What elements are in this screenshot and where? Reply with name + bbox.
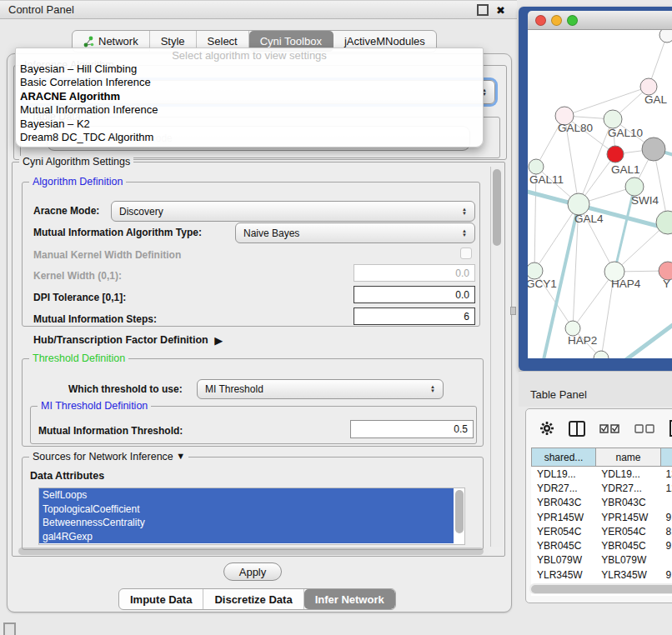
window-zoom-icon[interactable] [567,15,578,26]
column-header-clipped[interactable] [661,448,672,467]
mi-steps-field[interactable]: 6 [354,308,475,325]
algorithm-dropdown-popup: Select algorithm to view settings Bayesi… [15,48,484,148]
apply-button[interactable]: Apply [223,562,282,581]
tab-infer-network[interactable]: Infer Network [304,589,395,609]
table-cell: YBR043C [531,497,595,508]
kernel-width-field[interactable]: 0.0 [354,264,475,282]
table-horizontal-scrollbar[interactable] [529,583,672,594]
close-panel-icon[interactable]: ✖ [496,5,505,16]
table-horizontal-scrollbar-thumb[interactable] [531,585,672,593]
dropdown-item-basic-correlation-inference[interactable]: Basic Correlation Inference [16,76,483,89]
table-cell: YDR27... [531,482,595,494]
table-cell: 12 [659,482,672,494]
table-row[interactable]: YBR045CYBR045C9. [531,538,672,552]
combo-arrows-icon: ▲▼ [462,229,467,238]
table-row[interactable]: YBR043CYBR043C [531,496,672,510]
node-label: HAP4 [611,278,641,290]
collapsed-panel-icon[interactable] [3,622,16,635]
table-row[interactable]: YDR27...YDR27...12 [531,481,672,495]
window-close-icon[interactable] [535,15,546,26]
table-cell: YBR043C [595,497,659,508]
table-rows: YDL19...YDL19...13YDR27...YDR27...12YBR0… [531,467,672,596]
network-node-gcy1[interactable] [528,262,543,279]
control-panel-titlebar: Control Panel ✖ [0,0,517,19]
network-canvas[interactable]: GALGAL80GAL10GAL1GAL11SWI4GAL4GCY1HAP4YH… [528,30,672,358]
node-label: SWI4 [631,194,659,207]
manual-kernel-label: Manual Kernel Width Definition [33,249,181,261]
dropdown-item-dream8-dc-tdc-algorithm[interactable]: Dream8 DC_TDC Algorithm [16,131,483,144]
table-cell: YPR145W [531,512,595,523]
settings-gear-icon[interactable] [539,421,554,436]
dropdown-placeholder: Select algorithm to view settings [16,48,483,62]
table-cell: YLR345W [531,569,595,581]
network-node-gal11[interactable] [529,159,544,174]
table-row[interactable]: YDL19...YDL19...13 [531,467,672,481]
network-node[interactable] [659,30,672,42]
network-node-gal1[interactable] [607,146,624,162]
node-label: GAL10 [608,127,643,139]
algorithm-definition-title: Algorithm Definition [29,176,126,188]
network-edge-highlighted [621,320,672,358]
which-threshold-select[interactable]: MI Threshold ▲▼ [197,379,444,399]
list-scrollbar-thumb[interactable] [455,490,464,533]
table-cell: YBR045C [595,540,659,552]
network-node[interactable] [642,138,665,161]
sources-title[interactable]: Sources for Network Inference ▼ [29,451,188,462]
manual-kernel-checkbox[interactable] [460,248,472,259]
node-label: GAL1 [611,163,640,176]
combo-arrows-icon: ▲▼ [462,208,467,216]
table-cell: YBL079W [531,554,595,566]
dpi-tolerance-field[interactable]: 0.0 [354,286,475,303]
attribute-item-betweennesscentrality[interactable]: BetweennessCentrality [39,516,464,530]
dropdown-item-bayesian-k2[interactable]: Bayesian – K2 [16,118,483,131]
splitter-handle[interactable] [510,307,516,315]
table-cell: 9. [659,540,672,552]
list-scrollbar[interactable] [454,488,464,544]
mi-threshold-field[interactable]: 0.5 [350,420,474,438]
table-cell: YDL19... [531,468,595,480]
float-panel-icon[interactable] [477,4,489,16]
column-header-name[interactable]: name [596,448,661,467]
network-window-titlebar[interactable] [528,11,672,30]
dropdown-item-mutual-information-inference[interactable]: Mutual Information Inference [16,103,483,117]
table-cell: YLR345W [595,569,659,581]
tab-discretize-data[interactable]: Discretize Data [203,589,303,609]
settings-vertical-scrollbar-thumb[interactable] [493,169,501,246]
mi-threshold-label: Mutual Information Threshold: [38,425,183,437]
combo-arrows-icon: ▲▼ [430,385,435,393]
select-all-checkbox-icon[interactable] [599,424,620,433]
table-row[interactable]: YER054CYER054C8. [531,524,672,538]
network-node-gal[interactable] [640,78,657,95]
mi-type-select[interactable]: Naive Bayes ▲▼ [235,222,475,243]
attribute-item-selfloops[interactable]: SelfLoops [39,488,464,502]
dropdown-item-aracne-algorithm[interactable]: ARACNE Algorithm [16,90,483,103]
attribute-item-topologicalcoefficient[interactable]: TopologicalCoefficient [39,502,464,517]
table-panel-titlebar: Table Panel [519,371,672,407]
network-edge [564,87,649,116]
window-minimize-icon[interactable] [551,15,562,26]
column-header-shared[interactable]: shared... [531,448,596,467]
network-node[interactable] [594,351,609,358]
node-label: GAL80 [558,122,593,134]
network-node-gal10[interactable] [604,110,622,128]
aracne-mode-select[interactable]: Discovery ▲▼ [111,201,475,222]
node-label: GAL [644,93,668,106]
table-row[interactable]: YPR145WYPR145W9. [531,510,672,524]
bottom-tab-bar: Impute DataDiscretize DataInfer Network [118,588,396,610]
split-panel-icon[interactable] [569,421,585,437]
hub-definition-expander[interactable]: Hub/Transcription Factor Definition ▶ [33,333,219,346]
table-cell: YBR045C [531,540,595,552]
collapse-arrow-icon: ▼ [176,451,185,461]
dropdown-item-bayesian-hill-climbing[interactable]: Bayesian – Hill Climbing [16,62,483,76]
network-node-swi4[interactable] [625,178,644,196]
network-window[interactable]: GALGAL80GAL10GAL1GAL11SWI4GAL4GCY1HAP4YH… [519,7,672,371]
deselect-all-checkbox-icon[interactable] [634,424,655,433]
tab-impute-data[interactable]: Impute Data [119,589,203,609]
attribute-item-gal4rgexp[interactable]: gal4RGexp [39,530,464,544]
table-row[interactable]: YBL079WYBL079W [531,553,672,568]
node-label: GAL4 [574,212,604,225]
settings-vertical-scrollbar[interactable] [490,167,503,547]
table-cell: YBL079W [595,554,659,566]
table-cell: YER054C [595,526,659,538]
table-row[interactable]: YLR345WYLR345W9. [531,568,672,582]
